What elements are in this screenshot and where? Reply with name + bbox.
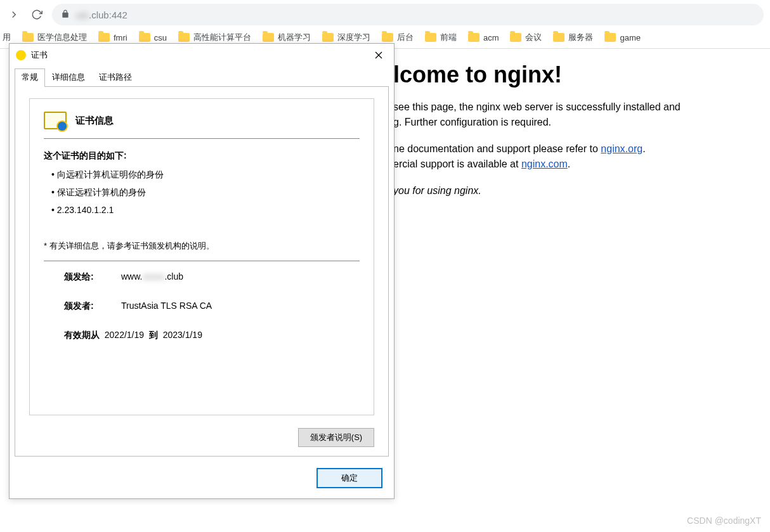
- dialog-title: 证书: [31, 49, 48, 61]
- issued-to-label: 颁发给:: [64, 271, 121, 283]
- bookmark-item[interactable]: 机器学习: [263, 32, 311, 43]
- folder-icon: [263, 33, 274, 42]
- certificate-dialog: 证书 常规 详细信息 证书路径 证书信息 这个证书的目的如下: 向远程计算机证明…: [9, 43, 395, 499]
- folder-icon: [604, 33, 616, 42]
- bookmark-item[interactable]: 高性能计算平台: [178, 32, 251, 43]
- certificate-icon: [16, 50, 26, 60]
- bookmark-item[interactable]: 医学信息处理: [22, 32, 87, 43]
- address-bar[interactable]: uio.club:442: [52, 4, 764, 25]
- footnote: * 有关详细信息，请参考证书颁发机构的说明。: [44, 240, 360, 252]
- url-text: uio.club:442: [76, 10, 127, 20]
- bookmark-item[interactable]: 前端: [425, 32, 457, 43]
- folder-icon: [553, 33, 564, 42]
- bookmark-item[interactable]: 用: [3, 32, 11, 43]
- folder-icon: [425, 33, 436, 42]
- watermark: CSDN @codingXT: [687, 516, 761, 526]
- bookmark-item[interactable]: 会议: [510, 32, 542, 43]
- issued-by-label: 颁发者:: [64, 301, 121, 312]
- purpose-item: 保证远程计算机的身份: [60, 187, 360, 198]
- ok-button[interactable]: 确定: [316, 468, 382, 488]
- folder-icon: [139, 33, 150, 42]
- nginx-title: lcome to nginx!: [393, 62, 751, 88]
- reload-button[interactable]: [29, 7, 44, 22]
- certificate-large-icon: [44, 112, 67, 129]
- purpose-label: 这个证书的目的如下:: [44, 150, 360, 162]
- tabs-row: 常规 详细信息 证书路径: [10, 68, 394, 86]
- issued-to-value: www.xxxxx.club: [121, 271, 353, 283]
- bookmark-item[interactable]: game: [604, 33, 641, 42]
- tab-general[interactable]: 常规: [15, 68, 45, 87]
- nginx-paragraph: see this page, the nginx web server is s…: [393, 100, 751, 130]
- folder-icon: [382, 33, 393, 42]
- cert-info-heading: 证书信息: [75, 115, 114, 127]
- tab-panel: 证书信息 这个证书的目的如下: 向远程计算机证明你的身份 保证远程计算机的身份 …: [15, 86, 389, 457]
- folder-icon: [178, 33, 190, 42]
- nginx-org-link[interactable]: nginx.org: [601, 143, 643, 154]
- bookmark-item[interactable]: fmri: [98, 33, 127, 42]
- folder-icon: [510, 33, 521, 42]
- folder-icon: [98, 33, 110, 42]
- dialog-titlebar[interactable]: 证书: [10, 44, 394, 67]
- close-button[interactable]: [370, 48, 388, 63]
- cert-info-box: 证书信息 这个证书的目的如下: 向远程计算机证明你的身份 保证远程计算机的身份 …: [29, 98, 374, 415]
- bookmark-item[interactable]: acm: [468, 33, 499, 42]
- bookmark-item[interactable]: 服务器: [553, 32, 593, 43]
- folder-icon: [322, 33, 334, 42]
- purpose-item: 2.23.140.1.2.1: [60, 205, 360, 215]
- bookmark-item[interactable]: csu: [139, 33, 167, 42]
- purpose-list: 向远程计算机证明你的身份 保证远程计算机的身份 2.23.140.1.2.1: [44, 169, 360, 215]
- bookmark-item[interactable]: 深度学习: [322, 32, 370, 43]
- issuer-statement-button[interactable]: 颁发者说明(S): [298, 428, 374, 447]
- tab-path[interactable]: 证书路径: [92, 68, 139, 87]
- nginx-thanks: you for using nginx.: [393, 183, 751, 198]
- folder-icon: [22, 33, 34, 42]
- nginx-paragraph: ne documentation and support please refe…: [393, 141, 751, 172]
- forward-button[interactable]: [6, 7, 22, 22]
- issued-by-value: TrustAsia TLS RSA CA: [121, 301, 353, 312]
- lock-icon: [61, 10, 70, 20]
- validity-row: 有效期从 2022/1/19 到 2023/1/19: [64, 330, 353, 341]
- nginx-com-link[interactable]: nginx.com: [521, 159, 568, 169]
- purpose-item: 向远程计算机证明你的身份: [60, 169, 360, 181]
- browser-toolbar: uio.club:442: [0, 0, 770, 29]
- folder-icon: [468, 33, 480, 42]
- bookmark-item[interactable]: 后台: [382, 32, 414, 43]
- tab-details[interactable]: 详细信息: [45, 68, 92, 87]
